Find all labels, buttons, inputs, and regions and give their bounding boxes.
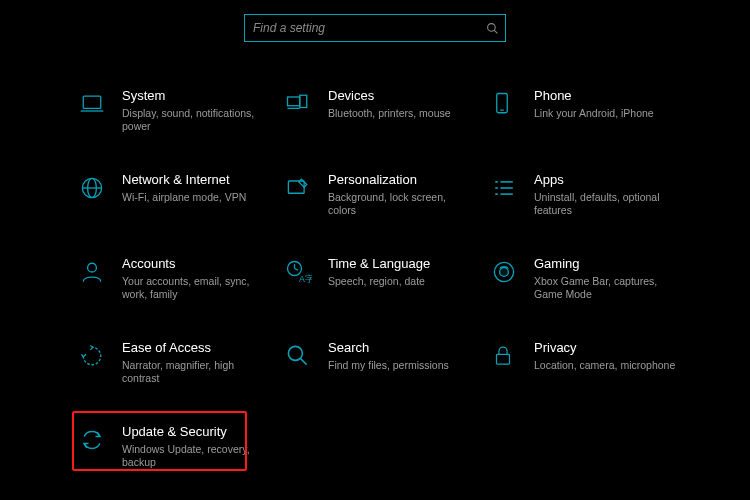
svg-line-22 [295,269,299,271]
svg-point-25 [500,268,509,277]
time-language-icon: A字 [284,256,328,288]
globe-icon [78,172,122,204]
paintbrush-icon [284,172,328,204]
tile-desc: Speech, region, date [328,275,430,288]
tile-system[interactable]: System Display, sound, notifications, po… [78,82,284,166]
tile-desc: Windows Update, recovery, backup [122,443,266,469]
tile-title: Search [328,340,449,356]
tile-desc: Location, camera, microphone [534,359,675,372]
tile-personalization[interactable]: Personalization Background, lock screen,… [284,166,490,250]
svg-text:A字: A字 [299,274,312,284]
svg-rect-12 [288,181,304,193]
tile-phone[interactable]: Phone Link your Android, iPhone [490,82,696,166]
tile-desc: Link your Android, iPhone [534,107,654,120]
phone-icon [490,88,534,120]
tile-search[interactable]: Search Find my files, permissions [284,334,490,418]
tile-privacy[interactable]: Privacy Location, camera, microphone [490,334,696,418]
laptop-icon [78,88,122,120]
tile-title: Time & Language [328,256,430,272]
tile-desc: Wi-Fi, airplane mode, VPN [122,191,246,204]
tile-desc: Narrator, magnifier, high contrast [122,359,266,385]
ease-of-access-icon [78,340,122,372]
tile-desc: Uninstall, defaults, optional features [534,191,678,217]
sync-icon [78,424,122,456]
tile-desc: Background, lock screen, colors [328,191,472,217]
devices-icon [284,88,328,120]
tile-desc: Display, sound, notifications, power [122,107,266,133]
tile-title: Network & Internet [122,172,246,188]
tile-desc: Your accounts, email, sync, work, family [122,275,266,301]
search-box[interactable] [244,14,506,42]
person-icon [78,256,122,288]
gaming-icon [490,256,534,288]
lock-icon [490,340,534,372]
svg-rect-28 [497,354,510,364]
tile-title: Ease of Access [122,340,266,356]
tile-title: Update & Security [122,424,266,440]
tile-time-language[interactable]: A字 Time & Language Speech, region, date [284,250,490,334]
svg-point-19 [88,263,97,272]
tile-network[interactable]: Network & Internet Wi-Fi, airplane mode,… [78,166,284,250]
tile-desc: Find my files, permissions [328,359,449,372]
svg-rect-5 [300,95,307,107]
tile-gaming[interactable]: Gaming Xbox Game Bar, captures, Game Mod… [490,250,696,334]
tile-title: Phone [534,88,654,104]
svg-line-27 [301,359,307,365]
settings-grid: System Display, sound, notifications, po… [78,82,696,500]
search-icon [479,22,505,35]
tile-desc: Bluetooth, printers, mouse [328,107,451,120]
apps-list-icon [490,172,534,204]
tile-apps[interactable]: Apps Uninstall, defaults, optional featu… [490,166,696,250]
tile-accounts[interactable]: Accounts Your accounts, email, sync, wor… [78,250,284,334]
svg-rect-2 [83,96,101,108]
svg-line-1 [494,30,497,33]
tile-title: Personalization [328,172,472,188]
svg-point-0 [487,23,495,31]
tile-desc: Xbox Game Bar, captures, Game Mode [534,275,678,301]
magnifier-icon [284,340,328,372]
svg-rect-4 [288,97,300,106]
tile-title: Privacy [534,340,675,356]
svg-point-26 [288,346,302,360]
tile-ease-of-access[interactable]: Ease of Access Narrator, magnifier, high… [78,334,284,418]
tile-title: Gaming [534,256,678,272]
tile-title: Apps [534,172,678,188]
tile-title: Accounts [122,256,266,272]
tile-update-security[interactable]: Update & Security Windows Update, recove… [78,418,284,500]
search-input[interactable] [245,21,479,35]
tile-title: Devices [328,88,451,104]
tile-devices[interactable]: Devices Bluetooth, printers, mouse [284,82,490,166]
tile-title: System [122,88,266,104]
